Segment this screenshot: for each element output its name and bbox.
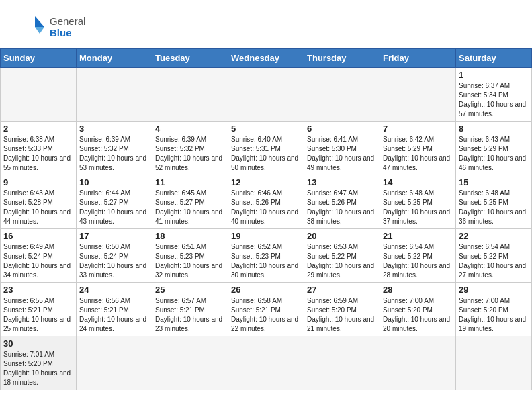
day-number: 12 — [231, 177, 301, 187]
day-header-saturday: Saturday — [456, 49, 532, 68]
day-info: Sunrise: 7:00 AM Sunset: 5:20 PM Dayligh… — [383, 296, 453, 334]
day-number: 21 — [383, 231, 453, 241]
page-header: General Blue — [0, 0, 532, 48]
day-number: 16 — [3, 231, 73, 241]
calendar-week-3: 9Sunrise: 6:43 AM Sunset: 5:28 PM Daylig… — [1, 175, 532, 229]
calendar-cell: 2Sunrise: 6:38 AM Sunset: 5:33 PM Daylig… — [1, 122, 77, 175]
day-info: Sunrise: 6:48 AM Sunset: 5:25 PM Dayligh… — [383, 189, 453, 226]
day-info: Sunrise: 7:00 AM Sunset: 5:20 PM Dayligh… — [459, 296, 529, 334]
calendar-cell — [456, 336, 532, 390]
calendar-week-1: 1Sunrise: 6:37 AM Sunset: 5:34 PM Daylig… — [1, 68, 532, 122]
calendar-cell — [1, 68, 77, 122]
day-info: Sunrise: 6:48 AM Sunset: 5:25 PM Dayligh… — [459, 189, 529, 226]
day-number: 7 — [383, 124, 453, 134]
calendar-cell: 13Sunrise: 6:47 AM Sunset: 5:26 PM Dayli… — [304, 175, 380, 229]
day-info: Sunrise: 6:51 AM Sunset: 5:23 PM Dayligh… — [155, 242, 225, 280]
day-number: 23 — [3, 285, 73, 295]
calendar-cell: 18Sunrise: 6:51 AM Sunset: 5:23 PM Dayli… — [152, 229, 228, 283]
calendar-cell — [152, 336, 228, 390]
day-header-thursday: Thursday — [304, 49, 380, 68]
day-info: Sunrise: 6:44 AM Sunset: 5:27 PM Dayligh… — [79, 189, 149, 226]
calendar-cell: 25Sunrise: 6:57 AM Sunset: 5:21 PM Dayli… — [152, 283, 228, 336]
calendar-cell — [77, 68, 152, 122]
calendar-cell: 9Sunrise: 6:43 AM Sunset: 5:28 PM Daylig… — [1, 175, 77, 229]
calendar-cell — [380, 336, 456, 390]
day-info: Sunrise: 6:58 AM Sunset: 5:21 PM Dayligh… — [231, 296, 301, 334]
logo-general-label: General — [50, 15, 85, 27]
calendar-cell: 11Sunrise: 6:45 AM Sunset: 5:27 PM Dayli… — [152, 175, 228, 229]
calendar-cell — [228, 336, 304, 390]
day-number: 29 — [459, 285, 529, 295]
day-info: Sunrise: 6:41 AM Sunset: 5:30 PM Dayligh… — [307, 135, 377, 173]
day-info: Sunrise: 7:01 AM Sunset: 5:20 PM Dayligh… — [3, 350, 73, 387]
calendar-cell: 27Sunrise: 6:59 AM Sunset: 5:20 PM Dayli… — [304, 283, 380, 336]
day-number: 9 — [3, 177, 73, 187]
day-number: 4 — [155, 124, 225, 134]
calendar-cell: 21Sunrise: 6:54 AM Sunset: 5:22 PM Dayli… — [380, 229, 456, 283]
day-number: 6 — [307, 124, 377, 134]
calendar-cell: 14Sunrise: 6:48 AM Sunset: 5:25 PM Dayli… — [380, 175, 456, 229]
day-info: Sunrise: 6:54 AM Sunset: 5:22 PM Dayligh… — [459, 242, 529, 280]
calendar-week-4: 16Sunrise: 6:49 AM Sunset: 5:24 PM Dayli… — [1, 229, 532, 283]
day-info: Sunrise: 6:52 AM Sunset: 5:23 PM Dayligh… — [231, 242, 301, 280]
calendar-cell: 6Sunrise: 6:41 AM Sunset: 5:30 PM Daylig… — [304, 122, 380, 175]
day-info: Sunrise: 6:47 AM Sunset: 5:26 PM Dayligh… — [307, 189, 377, 226]
day-number: 28 — [383, 285, 453, 295]
calendar-cell — [380, 68, 456, 122]
calendar-cell: 30Sunrise: 7:01 AM Sunset: 5:20 PM Dayli… — [1, 336, 77, 390]
day-header-monday: Monday — [77, 49, 152, 68]
day-info: Sunrise: 6:40 AM Sunset: 5:31 PM Dayligh… — [231, 135, 301, 173]
calendar-cell: 19Sunrise: 6:52 AM Sunset: 5:23 PM Dayli… — [228, 229, 304, 283]
calendar-cell: 23Sunrise: 6:55 AM Sunset: 5:21 PM Dayli… — [1, 283, 77, 336]
day-number: 8 — [459, 124, 529, 134]
calendar-cell: 24Sunrise: 6:56 AM Sunset: 5:21 PM Dayli… — [77, 283, 152, 336]
calendar-cell: 8Sunrise: 6:43 AM Sunset: 5:29 PM Daylig… — [456, 122, 532, 175]
calendar-cell: 17Sunrise: 6:50 AM Sunset: 5:24 PM Dayli… — [77, 229, 152, 283]
calendar-cell: 28Sunrise: 7:00 AM Sunset: 5:20 PM Dayli… — [380, 283, 456, 336]
calendar-table: SundayMondayTuesdayWednesdayThursdayFrid… — [0, 48, 532, 390]
day-number: 22 — [459, 231, 529, 241]
day-info: Sunrise: 6:43 AM Sunset: 5:29 PM Dayligh… — [459, 135, 529, 173]
calendar-cell: 26Sunrise: 6:58 AM Sunset: 5:21 PM Dayli… — [228, 283, 304, 336]
day-number: 1 — [459, 70, 529, 80]
day-info: Sunrise: 6:45 AM Sunset: 5:27 PM Dayligh… — [155, 189, 225, 226]
calendar-cell: 12Sunrise: 6:46 AM Sunset: 5:26 PM Dayli… — [228, 175, 304, 229]
day-number: 27 — [307, 285, 377, 295]
calendar-week-5: 23Sunrise: 6:55 AM Sunset: 5:21 PM Dayli… — [1, 283, 532, 336]
calendar-cell: 1Sunrise: 6:37 AM Sunset: 5:34 PM Daylig… — [456, 68, 532, 122]
day-info: Sunrise: 6:39 AM Sunset: 5:32 PM Dayligh… — [155, 135, 225, 173]
day-number: 30 — [3, 338, 73, 349]
calendar-cell: 10Sunrise: 6:44 AM Sunset: 5:27 PM Dayli… — [77, 175, 152, 229]
logo-blue-label: Blue — [50, 27, 85, 38]
calendar-cell: 3Sunrise: 6:39 AM Sunset: 5:32 PM Daylig… — [77, 122, 152, 175]
day-info: Sunrise: 6:42 AM Sunset: 5:29 PM Dayligh… — [383, 135, 453, 173]
day-number: 18 — [155, 231, 225, 241]
day-header-tuesday: Tuesday — [152, 49, 228, 68]
day-number: 11 — [155, 177, 225, 187]
day-number: 17 — [79, 231, 149, 241]
logo-svg — [16, 12, 46, 42]
day-number: 14 — [383, 177, 453, 187]
day-number: 26 — [231, 285, 301, 295]
day-info: Sunrise: 6:50 AM Sunset: 5:24 PM Dayligh… — [79, 242, 149, 280]
day-info: Sunrise: 6:54 AM Sunset: 5:22 PM Dayligh… — [383, 242, 453, 280]
calendar-cell: 20Sunrise: 6:53 AM Sunset: 5:22 PM Dayli… — [304, 229, 380, 283]
day-info: Sunrise: 6:37 AM Sunset: 5:34 PM Dayligh… — [459, 81, 529, 119]
day-info: Sunrise: 6:49 AM Sunset: 5:24 PM Dayligh… — [3, 242, 73, 280]
day-info: Sunrise: 6:38 AM Sunset: 5:33 PM Dayligh… — [3, 135, 73, 173]
calendar-cell: 29Sunrise: 7:00 AM Sunset: 5:20 PM Dayli… — [456, 283, 532, 336]
day-header-sunday: Sunday — [1, 49, 77, 68]
day-number: 3 — [79, 124, 149, 134]
day-info: Sunrise: 6:53 AM Sunset: 5:22 PM Dayligh… — [307, 242, 377, 280]
calendar-cell: 16Sunrise: 6:49 AM Sunset: 5:24 PM Dayli… — [1, 229, 77, 283]
calendar-cell: 7Sunrise: 6:42 AM Sunset: 5:29 PM Daylig… — [380, 122, 456, 175]
calendar-cell — [152, 68, 228, 122]
day-header-friday: Friday — [380, 49, 456, 68]
calendar-cell — [77, 336, 152, 390]
day-info: Sunrise: 6:46 AM Sunset: 5:26 PM Dayligh… — [231, 189, 301, 226]
calendar-cell: 15Sunrise: 6:48 AM Sunset: 5:25 PM Dayli… — [456, 175, 532, 229]
calendar-cell — [304, 336, 380, 390]
day-number: 24 — [79, 285, 149, 295]
day-info: Sunrise: 6:43 AM Sunset: 5:28 PM Dayligh… — [3, 189, 73, 226]
calendar-week-6: 30Sunrise: 7:01 AM Sunset: 5:20 PM Dayli… — [1, 336, 532, 390]
